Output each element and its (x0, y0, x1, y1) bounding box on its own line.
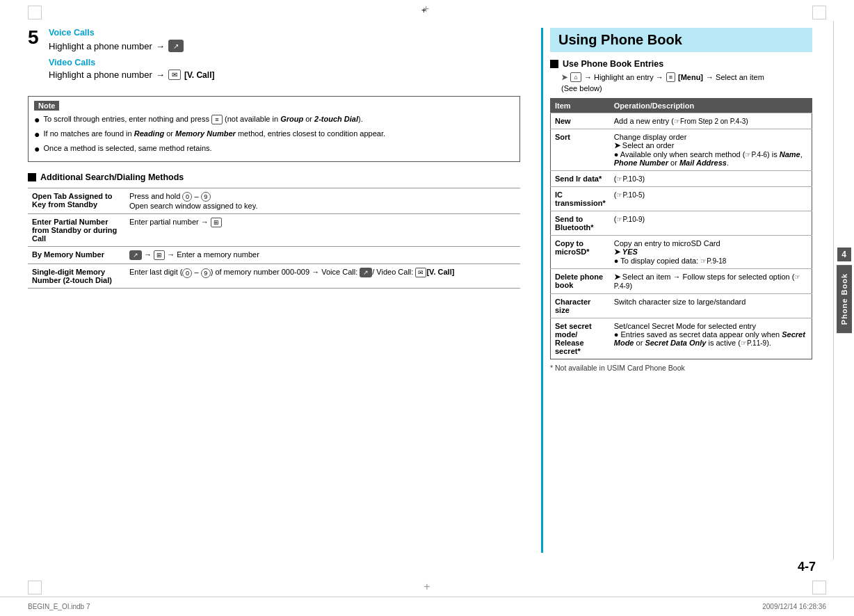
desc-bluetooth: (☞P.10-9) (610, 211, 812, 236)
voice-calls-title: Voice Calls (49, 28, 520, 38)
method-key-3: By Memory Number (28, 247, 125, 264)
home-key-icon: ⌂ (570, 72, 581, 82)
item-bluetooth: Send to Bluetooth* (551, 211, 610, 236)
ref-link: ☞From Step 2 on P.4-3 (674, 117, 746, 125)
bottom-bar: BEGIN_E_OI.indb 7 2009/12/14 16:28:36 (0, 597, 854, 616)
desc-ic: (☞P.10-5) (610, 187, 812, 211)
video-calls-text: Highlight a phone number (49, 70, 152, 80)
footnote: * Not available in USIM Card Phone Book (550, 364, 812, 372)
bullet-3: ● (34, 143, 40, 155)
note-header: Note (34, 101, 59, 111)
item-new: New (551, 113, 610, 129)
table-row: Copy to microSD* Copy an entry to microS… (551, 236, 812, 269)
bottom-center-mark: + (424, 581, 430, 593)
video-arrow: → (156, 70, 165, 80)
table-row: Sort Change display order ➤ Select an or… (551, 129, 812, 171)
bottom-crosshair-icon: + (424, 581, 430, 593)
item-char-size: Character size (551, 294, 610, 318)
note-box: Note ● To scroll through entries, enter … (28, 96, 520, 162)
vcall-icon-2: ✉ (415, 268, 426, 277)
subsection-title: Use Phone Book Entries (563, 59, 663, 69)
see-below: (See below) (561, 84, 812, 92)
top-center-mark: + (421, 6, 433, 15)
bottom-left-corner (28, 581, 42, 594)
method-val-3: ↗ → ⊞ → Enter a memory number (125, 247, 520, 264)
search-section-title: Additional Search/Dialing Methods (40, 172, 184, 182)
table-row: Send to Bluetooth* (☞P.10-9) (551, 211, 812, 236)
right-column: Using Phone Book Use Phone Book Entries … (541, 28, 812, 553)
voice-call-icon: ↗ (360, 268, 372, 277)
menu-key-icon: ≡ (666, 72, 675, 82)
vcall-label-2: [V. Call] (426, 268, 454, 276)
key-9b-icon: 9 (201, 268, 211, 278)
yes-text: YES (622, 248, 638, 256)
methods-table: Open Tab Assigned to Key from Standby Pr… (28, 188, 520, 289)
subsection-header: Use Phone Book Entries (550, 59, 812, 69)
phone-book-table: Item Operation/Description New Add a new… (550, 98, 812, 359)
item-delete: Delete phone book (551, 269, 610, 294)
vcall-icon: ✉ (168, 70, 181, 80)
date-info: 2009/12/14 16:28:36 (762, 603, 826, 610)
step-content: Voice Calls Highlight a phone number → ↗… (49, 28, 520, 86)
method-val-1: Press and hold 0 – 9 Open search window … (125, 188, 520, 214)
top-left-corner (28, 6, 42, 19)
ref-p918: ☞P.9-18 (700, 257, 726, 265)
bottom-marks: + (0, 577, 854, 597)
table-row: New Add a new entry (☞From Step 2 on P.4… (551, 113, 812, 129)
key-0b-icon: 0 (182, 268, 192, 278)
desc-delete: ➤ Select an item → Follow steps for sele… (610, 269, 812, 294)
item-send-ir: Send Ir data* (551, 171, 610, 187)
desc-new: Add a new entry (☞From Step 2 on P.4-3) (610, 113, 812, 129)
bottom-right-corner (812, 581, 826, 594)
col-item-header: Item (551, 99, 610, 113)
gt-icon: ➤ (614, 141, 620, 149)
outer-wrapper: 5 Voice Calls Highlight a phone number →… (0, 21, 854, 560)
table-header-row: Item Operation/Description (551, 99, 812, 113)
vcall-label: [V. Call] (184, 70, 215, 80)
search-section: Additional Search/Dialing Methods Open T… (28, 172, 520, 289)
table-row: Single-digit Memory Number (2-touch Dial… (28, 264, 520, 289)
chapter-num-tab: 4 (837, 248, 851, 261)
search-section-header: Additional Search/Dialing Methods (28, 172, 520, 182)
desc-secret: Set/cancel Secret Mode for selected entr… (610, 318, 812, 359)
ref-p119: ☞P.11-9 (741, 339, 766, 347)
gt-yes-icon: ➤ (614, 248, 620, 256)
ref-p103: ☞P.10-3 (616, 175, 642, 183)
table-row: Open Tab Assigned to Key from Standby Pr… (28, 188, 520, 214)
table-row: Set secret mode/ Release secret* Set/can… (551, 318, 812, 359)
voice-calls-line: Highlight a phone number → ↗ (49, 40, 520, 52)
method-key-4: Single-digit Memory Number (2-touch Dial… (28, 264, 125, 289)
left-column: 5 Voice Calls Highlight a phone number →… (28, 28, 527, 553)
desc-send-ir: (☞P.10-3) (610, 171, 812, 187)
main-content: 5 Voice Calls Highlight a phone number →… (0, 21, 833, 560)
crosshair-icon: + (421, 6, 433, 15)
menu-label: [Menu] (678, 73, 703, 81)
use-entries-section: Use Phone Book Entries ➤ ⌂ → Highlight a… (550, 59, 812, 372)
col-desc-header: Operation/Description (610, 99, 812, 113)
note-text-1: To scroll through entries, enter nothing… (43, 114, 362, 126)
note-text-3: Once a method is selected, same method r… (43, 143, 211, 155)
ref-p46: ☞P.4-6 (745, 151, 767, 159)
desc-char-size: Switch character size to large/standard (610, 294, 812, 318)
desc-microsd: Copy an entry to microSD Card ➤ YES ● To… (610, 236, 812, 269)
mem-key-icon: ⊞ (154, 250, 165, 260)
black-square-icon (28, 173, 36, 181)
item-microsd: Copy to microSD* (551, 236, 610, 269)
phone-book-title: Using Phone Book (550, 28, 812, 52)
bullet-2: ● (34, 129, 40, 140)
right-sidebar: 4 Phone Book (833, 21, 854, 560)
step-number: 5 (28, 28, 42, 86)
table-row: By Memory Number ↗ → ⊞ → Enter a memory … (28, 247, 520, 264)
file-info: BEGIN_E_OI.indb 7 (28, 603, 90, 610)
ref-p109: ☞P.10-9 (616, 216, 642, 223)
method-key-1: Open Tab Assigned to Key from Standby (28, 188, 125, 214)
table-row: Delete phone book ➤ Select an item → Fol… (551, 269, 812, 294)
desc-sort: Change display order ➤ Select an order ●… (610, 129, 812, 171)
item-ic: IC transmission* (551, 187, 610, 211)
note-item-1: ● To scroll through entries, enter nothi… (34, 114, 514, 126)
note-item-2: ● If no matches are found in Reading or … (34, 129, 514, 140)
entry-instruction: ➤ ⌂ → Highlight an entry → ≡ [Menu] → Se… (561, 72, 812, 82)
call-icon-2: ↗ (129, 250, 142, 260)
video-calls-line: Highlight a phone number → ✉ [V. Call] (49, 70, 520, 80)
select-text: → Select an item (706, 73, 764, 81)
